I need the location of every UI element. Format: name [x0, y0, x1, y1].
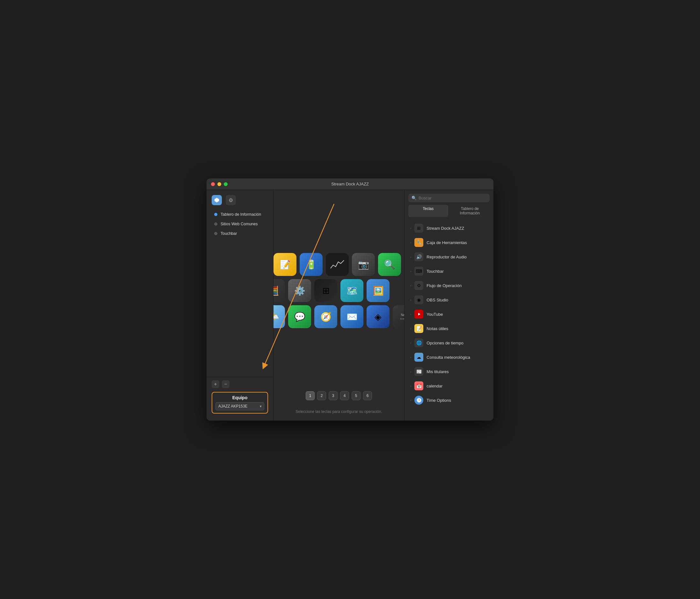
sidebar-settings-button[interactable]: ⚙ — [226, 195, 236, 205]
item-label-time-options: Time Options — [426, 398, 488, 403]
center-footer: Seleccione las teclas para configurar su… — [274, 405, 404, 421]
titulares-icon: 📰 — [415, 367, 423, 376]
search-wrapper: 🔍 — [408, 194, 490, 202]
app-icon-camera[interactable]: 📷 — [352, 253, 375, 276]
consulta-icon: ☁ — [415, 353, 423, 362]
page-btn-3[interactable]: 3 — [329, 391, 338, 400]
item-label-calendar: calendar — [426, 384, 488, 388]
item-label-stream-dock: Stream Dock AJAZZ — [426, 226, 488, 231]
search-icon: 🔍 — [411, 196, 417, 201]
add-button[interactable]: + — [212, 381, 219, 388]
chevron-icon: › — [410, 327, 411, 331]
search-bar: 🔍 — [404, 190, 494, 205]
list-item-stream-dock[interactable]: › ⊞ Stream Dock AJAZZ — [406, 221, 492, 235]
equipo-box: Equipo AJAZZ AKP153E ▾ — [212, 392, 268, 414]
pagination: 1 2 3 4 5 6 — [274, 388, 404, 405]
chevron-icon: › — [410, 298, 411, 302]
chevron-icon: › — [410, 398, 411, 402]
sidebar-label-sitios: Sitios Web Comunes — [221, 222, 258, 226]
sidebar-label-tablero: Tablero de Información — [221, 212, 261, 217]
app-icon-mail[interactable]: ✉️ — [341, 305, 364, 328]
sidebar-item-sitios[interactable]: Sitios Web Comunes — [209, 219, 271, 229]
app-icon-settings[interactable]: ⚙️ — [288, 279, 311, 302]
list-item-obs[interactable]: › ◉ OBS Studio — [406, 293, 492, 307]
app-icon-maps[interactable]: 🗺️ — [341, 279, 364, 302]
titlebar: Stream Dock AJAZZ — [206, 178, 494, 190]
chevron-icon: › — [410, 356, 411, 359]
app-icon-preview[interactable]: 🖼️ — [367, 279, 390, 302]
list-item-caja[interactable]: › 🔧 Caja de Herramientas — [406, 235, 492, 250]
item-label-youtube: YouTube — [426, 312, 488, 317]
app-row-1: 📝 🔋 📷 🔍 02:43 NewYork 21.0°C — [283, 253, 395, 276]
app-icon-find[interactable]: 🔍 — [378, 253, 401, 276]
remove-button[interactable]: − — [222, 381, 229, 388]
list-item-touchbar[interactable]: › ⌨ Touchbar — [406, 264, 492, 278]
app-icon-expose[interactable]: ⊞ — [314, 279, 337, 302]
nav-dot-tablero — [214, 213, 217, 216]
item-label-notas: Notas útiles — [426, 326, 488, 331]
list-item-consulta[interactable]: › ☁ Consulta meteorológica — [406, 350, 492, 364]
tab-teclas[interactable]: Teclas — [408, 205, 448, 217]
page-btn-6[interactable]: 6 — [363, 391, 372, 400]
opciones-icon: 🌐 — [415, 338, 423, 347]
sidebar: ⚙ Tablero de Información Sitios Web Comu… — [206, 190, 274, 421]
list-item-time-options[interactable]: › 🕐 Time Options — [406, 393, 492, 407]
main-window: Stream Dock AJAZZ ⚙ Tablero de Informaci… — [206, 178, 494, 421]
notas-icon: 📝 — [415, 324, 423, 333]
list-item-reproductor[interactable]: › 🔊 Reproductor de Audio — [406, 250, 492, 264]
search-input[interactable] — [419, 196, 486, 201]
list-item-youtube[interactable]: › YouTube — [406, 307, 492, 321]
item-label-opciones: Opciones de tiempo — [426, 341, 488, 345]
minimize-button[interactable] — [217, 182, 221, 186]
main-content: ⚙ Tablero de Información Sitios Web Comu… — [206, 190, 494, 421]
list-item-notas[interactable]: › 📝 Notas útiles — [406, 321, 492, 336]
chevron-icon: › — [410, 269, 411, 273]
tab-tablero[interactable]: Tablero de Información — [450, 205, 490, 217]
chevron-icon: › — [410, 227, 411, 230]
app-icon-stocks[interactable] — [326, 253, 349, 276]
list-item-opciones[interactable]: › 🌐 Opciones de tiempo — [406, 336, 492, 350]
calendar-icon: 📅 — [415, 382, 423, 390]
close-button[interactable] — [211, 182, 215, 186]
center-panel: 📝 🔋 📷 🔍 02:43 NewYork 21.0°C — [274, 190, 404, 421]
sidebar-logo-button[interactable] — [212, 195, 222, 205]
sidebar-item-tablero[interactable]: Tablero de Información — [209, 210, 271, 219]
page-btn-2[interactable]: 2 — [317, 391, 326, 400]
app-row-3: 🌤️ 💬 🧭 ✉️ ◈ Next Scenes — [283, 305, 395, 328]
caja-icon: 🔧 — [415, 238, 423, 247]
chevron-icon: › — [410, 370, 411, 373]
app-icon-messages[interactable]: 💬 — [288, 305, 311, 328]
equipo-label: Equipo — [216, 395, 264, 400]
chevron-icon: › — [410, 241, 411, 244]
list-item-flujo[interactable]: › ⚙ Flujo de Operación — [406, 279, 492, 292]
youtube-icon — [415, 310, 423, 319]
flujo-icon: ⚙ — [415, 281, 423, 290]
app-icon-calc[interactable]: 🧮 — [274, 279, 285, 302]
sidebar-top: ⚙ — [206, 194, 273, 210]
chevron-icon: › — [410, 384, 411, 388]
sidebar-bottom: + − Equipo AJAZZ AKP153E ▾ — [206, 377, 273, 417]
list-item-titulares[interactable]: › 📰 Mis titulares — [406, 364, 492, 379]
nav-dot-touchbar — [214, 232, 217, 235]
item-label-titulares: Mis titulares — [426, 369, 488, 374]
chevron-icon: › — [410, 341, 411, 345]
device-select[interactable]: AJAZZ AKP153E — [216, 402, 264, 410]
maximize-button[interactable] — [224, 182, 228, 186]
item-label-obs: OBS Studio — [426, 297, 488, 302]
traffic-lights — [211, 182, 228, 186]
app-icon-weather[interactable]: 🌤️ — [274, 305, 285, 328]
stream-dock-icon: ⊞ — [415, 224, 423, 233]
page-btn-4[interactable]: 4 — [340, 391, 349, 400]
obs-icon: ◉ — [415, 295, 423, 304]
app-icon-battery[interactable]: 🔋 — [300, 253, 323, 276]
page-btn-1[interactable]: 1 — [306, 391, 315, 400]
app-icon-memo[interactable]: 📝 — [274, 253, 296, 276]
page-btn-5[interactable]: 5 — [352, 391, 360, 400]
app-icon-next[interactable]: Next Scenes — [393, 305, 404, 328]
app-icon-layers[interactable]: ◈ — [367, 305, 390, 328]
app-icon-safari[interactable]: 🧭 — [314, 305, 337, 328]
item-label-flujo: Flujo de Operación — [426, 283, 488, 288]
list-item-calendar[interactable]: › 📅 calendar — [406, 379, 492, 393]
add-remove-row: + − — [212, 381, 268, 388]
sidebar-item-touchbar[interactable]: Touchbar — [209, 229, 271, 238]
